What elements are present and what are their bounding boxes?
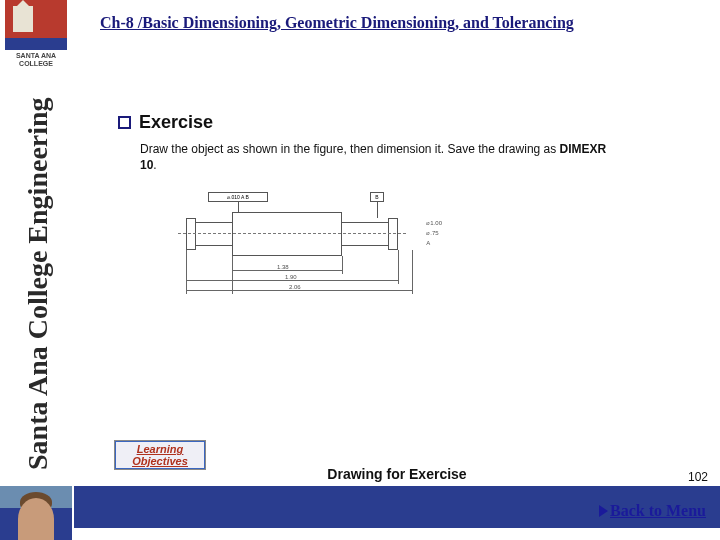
checkbox-bullet-icon: [118, 116, 131, 129]
diameter-2: ⌀.75: [426, 228, 442, 238]
page-number: 102: [688, 470, 708, 484]
back-to-menu-link[interactable]: Back to Menu: [599, 502, 706, 520]
diameter-1: ⌀1.00: [426, 218, 442, 228]
exercise-body-prefix: Draw the object as shown in the figure, …: [140, 142, 560, 156]
instructor-photo: [0, 486, 72, 540]
college-logo: SANTA ANA COLLEGE: [5, 0, 67, 68]
back-to-menu-label: Back to Menu: [610, 502, 706, 520]
vertical-title: Santa Ana College Engineering: [22, 97, 54, 470]
exercise-body-suffix: .: [153, 158, 156, 172]
footer-bar: Drawing for Exercise 102 Back to Menu: [74, 486, 720, 528]
dimension-mid: 1.38: [276, 264, 290, 270]
page-title: Ch-8 /Basic Dimensioning, Geometric Dime…: [100, 14, 574, 32]
logo-text: SANTA ANA COLLEGE: [5, 52, 67, 68]
diameter-callouts: ⌀1.00 ⌀.75 A: [426, 218, 442, 248]
left-sidebar: SANTA ANA COLLEGE Santa Ana College Engi…: [0, 0, 72, 540]
dimension-overall-2: 2.06: [288, 284, 302, 290]
exercise-heading: Exercise: [139, 112, 213, 133]
exercise-body: Draw the object as shown in the figure, …: [140, 141, 620, 173]
footer-caption: Drawing for Exercise: [74, 466, 720, 482]
exercise-section: Exercise Draw the object as shown in the…: [118, 112, 620, 173]
datum-a-label: A: [426, 238, 442, 248]
exercise-figure: ⌀.010 A B B 1.38 1.90 2.06 ⌀1.00 ⌀.75 A: [172, 178, 412, 298]
gdt-feature-control-frame: ⌀.010 A B: [208, 192, 268, 202]
datum-b-label: B: [370, 192, 384, 202]
dimension-overall-1: 1.90: [284, 274, 298, 280]
learning-objectives-label: Learning Objectives: [115, 443, 205, 467]
arrow-right-icon: [599, 505, 608, 517]
